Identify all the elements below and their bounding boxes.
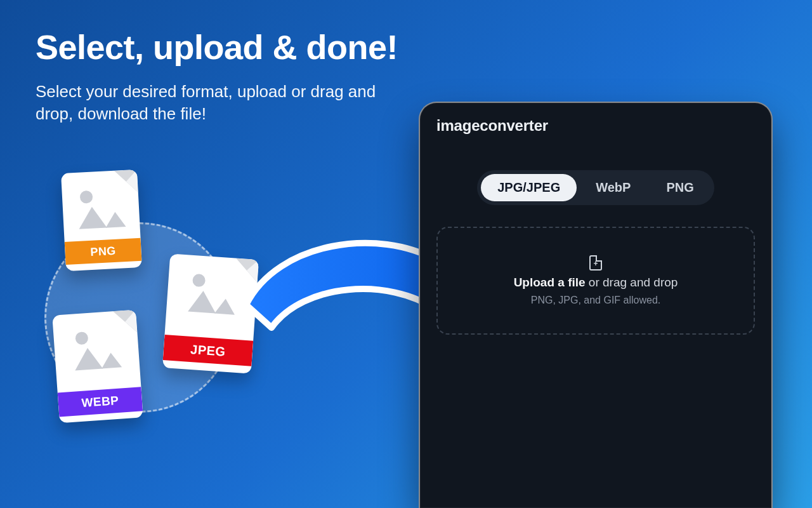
dropzone-hint: PNG, JPG, and GIF allowed. [531, 295, 661, 306]
converter-panel: imageconverter JPG/JPEG WebP PNG + Uploa… [419, 102, 773, 508]
dropzone-text: Upload a file or drag and drop [514, 276, 678, 290]
tab-png[interactable]: PNG [650, 174, 710, 201]
file-upload-icon: + [589, 255, 602, 271]
file-card-label: JPEG [163, 335, 253, 366]
tab-webp[interactable]: WebP [579, 174, 647, 201]
dropzone-text-bold: Upload a file [514, 276, 586, 289]
file-card-label: WEBP [58, 387, 143, 417]
formats-illustration: PNG JPEG WEBP [25, 165, 355, 457]
hero: Select, upload & done! Select your desir… [36, 29, 403, 125]
hero-subtitle: Select your desired format, upload or dr… [36, 81, 403, 125]
format-tabs: JPG/JPEG WebP PNG [477, 170, 714, 205]
app-title: imageconverter [436, 117, 755, 135]
dropzone-text-rest: or drag and drop [586, 276, 678, 289]
file-card-png: PNG [61, 170, 142, 271]
image-glyph-icon [62, 184, 140, 238]
image-glyph-icon [166, 267, 258, 324]
file-card-jpeg: JPEG [162, 253, 259, 373]
upload-dropzone[interactable]: + Upload a file or drag and drop PNG, JP… [436, 227, 755, 335]
hero-title: Select, upload & done! [36, 29, 403, 65]
tab-jpg[interactable]: JPG/JPEG [481, 174, 577, 201]
file-card-label: PNG [65, 238, 142, 265]
image-glyph-icon [53, 324, 140, 380]
file-card-webp: WEBP [52, 310, 143, 424]
